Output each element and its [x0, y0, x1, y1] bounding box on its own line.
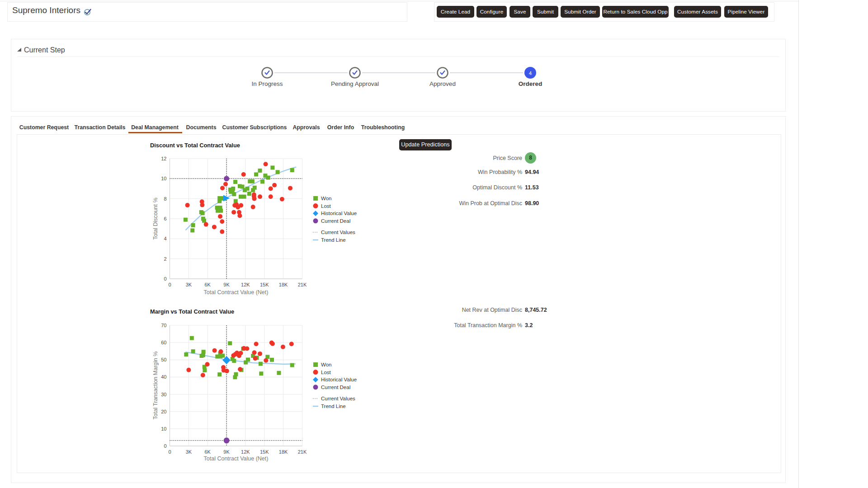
svg-text:15K: 15K: [260, 282, 269, 287]
svg-text:8: 8: [164, 196, 166, 202]
svg-text:Historical Value: Historical Value: [321, 377, 357, 382]
svg-text:Lost: Lost: [321, 370, 331, 375]
svg-text:Total Contract Value (Net): Total Contract Value (Net): [204, 289, 269, 296]
svg-text:Trend Line: Trend Line: [321, 237, 346, 243]
svg-text:9K: 9K: [223, 282, 230, 287]
svg-text:18K: 18K: [279, 282, 288, 287]
svg-text:0: 0: [164, 443, 166, 449]
svg-text:21K: 21K: [298, 449, 307, 455]
svg-text:Current Deal: Current Deal: [321, 218, 350, 224]
svg-text:Current Values: Current Values: [321, 396, 355, 401]
svg-text:4: 4: [164, 236, 166, 241]
svg-text:15K: 15K: [260, 449, 269, 455]
svg-text:21K: 21K: [298, 282, 307, 287]
svg-text:10: 10: [161, 176, 166, 181]
svg-text:18K: 18K: [279, 449, 288, 455]
svg-text:Won: Won: [321, 362, 331, 367]
svg-text:Total Contract Value (Net): Total Contract Value (Net): [204, 455, 269, 462]
svg-text:50: 50: [161, 357, 166, 362]
svg-text:Total Transaction Margin %: Total Transaction Margin %: [152, 352, 159, 420]
svg-text:20: 20: [161, 409, 166, 414]
svg-text:Lost: Lost: [321, 203, 331, 209]
svg-text:12: 12: [161, 156, 166, 161]
svg-text:30: 30: [161, 392, 166, 397]
svg-text:6K: 6K: [204, 449, 211, 455]
svg-text:9K: 9K: [223, 449, 230, 455]
svg-text:60: 60: [161, 340, 166, 345]
svg-text:Total Discount %: Total Discount %: [152, 197, 159, 239]
svg-text:Trend Line: Trend Line: [321, 404, 346, 409]
svg-text:Current Deal: Current Deal: [321, 385, 350, 390]
svg-text:6: 6: [164, 216, 166, 221]
svg-text:2: 2: [164, 256, 166, 262]
svg-text:3K: 3K: [186, 282, 192, 287]
svg-text:70: 70: [161, 323, 166, 328]
svg-text:Current Values: Current Values: [321, 230, 355, 235]
svg-text:10: 10: [161, 426, 166, 432]
svg-text:Historical Value: Historical Value: [321, 211, 357, 216]
svg-text:6K: 6K: [204, 282, 211, 287]
svg-text:40: 40: [161, 374, 166, 380]
svg-text:12K: 12K: [241, 282, 250, 287]
svg-text:0: 0: [168, 282, 171, 287]
svg-text:12K: 12K: [241, 449, 250, 455]
svg-text:3K: 3K: [186, 449, 192, 455]
svg-text:0: 0: [168, 449, 171, 455]
svg-text:Won: Won: [321, 196, 331, 201]
svg-text:0: 0: [164, 276, 166, 282]
